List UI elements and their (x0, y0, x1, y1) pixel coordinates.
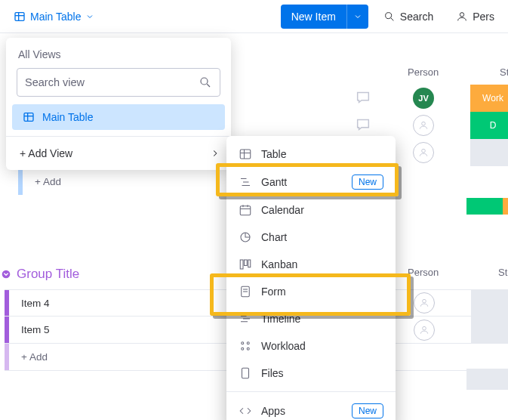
svg-line-4 (391, 18, 393, 20)
status-cell[interactable] (470, 139, 508, 166)
new-item-label[interactable]: New Item (281, 5, 347, 29)
submenu-item-calendar[interactable]: Calendar (226, 196, 396, 224)
chevron-down-icon (353, 12, 362, 21)
avatar[interactable]: JV (413, 88, 434, 109)
add-view-button[interactable]: + Add View (6, 136, 231, 170)
add-view-submenu: Table Gantt New Calendar Chart Kanban Fo… (226, 136, 396, 420)
submenu-label: Apps (261, 405, 285, 417)
submenu-label: Timeline (261, 313, 300, 325)
gantt-icon (239, 175, 252, 189)
chart-icon (239, 230, 252, 244)
svg-point-7 (422, 149, 426, 153)
table-icon (239, 147, 252, 161)
submenu-item-chart[interactable]: Chart (226, 224, 396, 251)
submenu-item-timeline[interactable]: Timeline (226, 305, 396, 332)
view-item-main-table[interactable]: Main Table (12, 104, 225, 130)
status-cell[interactable] (471, 289, 508, 317)
chevron-right-icon (210, 148, 220, 159)
avatar[interactable] (413, 115, 434, 136)
person-filter-label: Pers (473, 11, 494, 23)
new-item-button[interactable]: New Item (281, 5, 368, 29)
svg-rect-27 (240, 260, 243, 269)
column-header-status: St (498, 267, 507, 278)
code-icon (239, 404, 252, 418)
chat-icon[interactable] (355, 89, 371, 108)
svg-rect-16 (240, 150, 251, 159)
person-icon (456, 11, 468, 23)
submenu-item-kanban[interactable]: Kanban (226, 251, 396, 278)
submenu-item-form[interactable]: Form (226, 278, 396, 305)
person-filter-button[interactable]: Pers (448, 6, 502, 27)
svg-rect-40 (242, 368, 249, 378)
svg-point-37 (247, 342, 249, 344)
submenu-label: Files (261, 367, 284, 379)
svg-point-10 (423, 326, 426, 330)
new-badge: New (352, 403, 383, 418)
submenu-item-files[interactable]: Files (226, 360, 396, 387)
search-view-field[interactable] (25, 76, 192, 88)
current-view-button[interactable]: Main Table (6, 6, 102, 27)
submenu-label: Table (261, 148, 286, 160)
status-summary (466, 198, 508, 215)
item-name[interactable]: Item 4 (21, 298, 50, 309)
status-summary (466, 369, 508, 390)
calendar-icon (239, 203, 252, 217)
chevron-down-icon (85, 12, 94, 21)
svg-rect-28 (245, 260, 248, 266)
view-item-label: Main Table (42, 111, 93, 123)
avatar[interactable] (414, 320, 435, 341)
svg-point-39 (247, 347, 249, 350)
svg-rect-0 (15, 12, 24, 20)
submenu-item-apps[interactable]: Apps New (226, 397, 396, 420)
table-icon (23, 111, 35, 123)
status-cell[interactable]: D (470, 112, 508, 139)
search-view-input[interactable] (17, 68, 220, 97)
table-icon (14, 11, 26, 23)
new-item-dropdown[interactable] (347, 5, 368, 29)
submenu-label: Workload (261, 340, 306, 352)
column-header-status: St (500, 66, 508, 78)
submenu-label: Chart (261, 231, 287, 243)
submenu-item-workload[interactable]: Workload (226, 332, 396, 360)
avatar[interactable] (414, 292, 435, 313)
submenu-label: Calendar (261, 204, 304, 216)
svg-point-8 (2, 270, 11, 279)
svg-point-36 (242, 342, 244, 344)
add-item-label: + Add (21, 351, 48, 363)
svg-point-11 (201, 78, 208, 85)
svg-point-6 (422, 122, 426, 125)
views-dropdown: All Views Main Table + Add View (6, 38, 231, 170)
search-icon (199, 76, 212, 89)
status-cell[interactable]: Work (470, 85, 508, 112)
kanban-icon (239, 258, 252, 271)
column-header-person: Person (408, 267, 439, 278)
svg-rect-29 (248, 260, 251, 267)
column-header-person: Person (408, 66, 439, 78)
submenu-label: Kanban (261, 258, 297, 270)
chevron-down-icon (0, 268, 12, 280)
svg-line-12 (207, 84, 210, 87)
item-name[interactable]: Item 5 (21, 324, 50, 335)
avatar[interactable] (413, 142, 434, 163)
form-icon (239, 285, 252, 298)
submenu-item-gantt[interactable]: Gantt New (226, 168, 396, 196)
search-button[interactable]: Search (376, 6, 441, 27)
current-view-label: Main Table (30, 11, 81, 23)
group-title[interactable]: Group Title (17, 267, 79, 282)
submenu-label: Gantt (261, 176, 287, 188)
all-views-header: All Views (6, 45, 231, 68)
chat-icon[interactable] (355, 116, 371, 135)
svg-point-38 (242, 347, 244, 350)
timeline-icon (239, 312, 252, 326)
files-icon (239, 366, 252, 380)
add-view-label: + Add View (20, 147, 72, 159)
new-badge: New (352, 174, 383, 190)
status-cell[interactable] (471, 317, 508, 344)
svg-point-3 (386, 12, 392, 18)
svg-point-9 (423, 299, 426, 303)
add-item-row[interactable]: + Add (18, 168, 61, 195)
submenu-item-table[interactable]: Table (226, 141, 396, 168)
svg-rect-13 (24, 113, 33, 122)
workload-icon (239, 339, 252, 353)
add-item-label: + Add (35, 176, 61, 187)
